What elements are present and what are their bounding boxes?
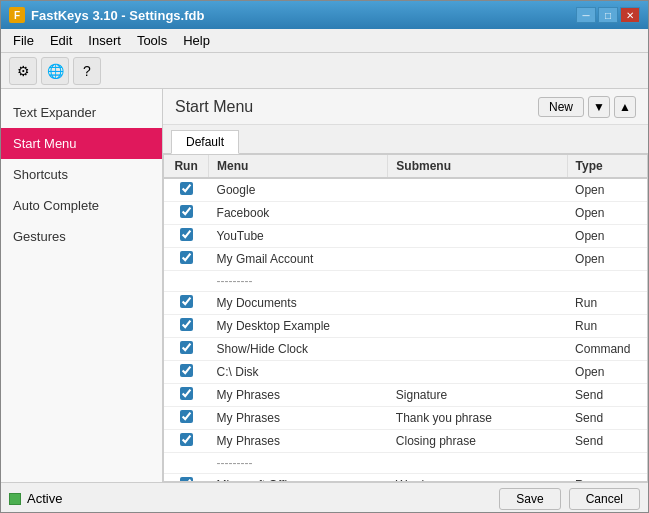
sidebar: Text Expander Start Menu Shortcuts Auto … [1,89,163,482]
run-checkbox[interactable] [180,341,193,354]
row-submenu: Signature [388,384,567,407]
row-type: Open [567,202,647,225]
run-checkbox[interactable] [180,205,193,218]
run-checkbox[interactable] [180,387,193,400]
tabs: Default [163,125,648,154]
save-button[interactable]: Save [499,488,560,510]
row-menu: Google [209,178,388,202]
row-type: Run [567,315,647,338]
row-run [164,271,209,292]
row-menu: My Phrases [209,407,388,430]
row-menu: My Documents [209,292,388,315]
sidebar-item-shortcuts[interactable]: Shortcuts [1,159,162,190]
row-type: Run [567,474,647,483]
tab-default[interactable]: Default [171,130,239,154]
row-submenu [388,338,567,361]
help-icon-button[interactable]: ? [73,57,101,85]
sidebar-item-auto-complete[interactable]: Auto Complete [1,190,162,221]
menu-file[interactable]: File [5,31,42,50]
table-container[interactable]: Run Menu Submenu Type Google Open Facebo… [163,154,648,482]
window-controls: ─ □ ✕ [576,7,640,23]
table-row: My Gmail Account Open [164,248,647,271]
row-run[interactable] [164,225,209,248]
row-run[interactable] [164,248,209,271]
run-checkbox[interactable] [180,364,193,377]
run-checkbox[interactable] [180,477,193,482]
table-row: Microsoft Office Word Run [164,474,647,483]
content-title: Start Menu [175,98,253,116]
move-up-button[interactable]: ▲ [614,96,636,118]
row-menu: C:\ Disk [209,361,388,384]
row-submenu [388,202,567,225]
row-submenu [388,315,567,338]
row-type: Send [567,407,647,430]
row-run [164,453,209,474]
table-row: YouTube Open [164,225,647,248]
table-row: Google Open [164,178,647,202]
maximize-button[interactable]: □ [598,7,618,23]
table-row: --------- [164,271,647,292]
row-run[interactable] [164,430,209,453]
menu-edit[interactable]: Edit [42,31,80,50]
content-header: Start Menu New ▼ ▲ [163,89,648,125]
row-menu: YouTube [209,225,388,248]
sidebar-item-text-expander[interactable]: Text Expander [1,97,162,128]
row-run[interactable] [164,384,209,407]
row-type: Open [567,248,647,271]
run-checkbox[interactable] [180,410,193,423]
new-button[interactable]: New [538,97,584,117]
active-label: Active [27,491,62,506]
row-submenu [388,271,567,292]
sidebar-item-gestures[interactable]: Gestures [1,221,162,252]
run-checkbox[interactable] [180,251,193,264]
web-icon-button[interactable]: 🌐 [41,57,69,85]
row-run[interactable] [164,202,209,225]
row-submenu [388,178,567,202]
row-submenu [388,225,567,248]
row-type: Open [567,361,647,384]
row-run[interactable] [164,474,209,483]
row-type: Run [567,292,647,315]
row-run[interactable] [164,407,209,430]
row-menu: My Phrases [209,384,388,407]
row-run[interactable] [164,315,209,338]
menu-bar: File Edit Insert Tools Help [1,29,648,53]
row-type: Open [567,225,647,248]
run-checkbox[interactable] [180,182,193,195]
row-submenu: Closing phrase [388,430,567,453]
settings-icon-button[interactable]: ⚙ [9,57,37,85]
row-menu: My Desktop Example [209,315,388,338]
run-checkbox[interactable] [180,318,193,331]
row-run[interactable] [164,361,209,384]
app-icon: F [9,7,25,23]
run-checkbox[interactable] [180,433,193,446]
minimize-button[interactable]: ─ [576,7,596,23]
row-submenu: Word [388,474,567,483]
row-submenu [388,292,567,315]
table-row: My Phrases Closing phrase Send [164,430,647,453]
row-type [567,453,647,474]
sidebar-item-start-menu[interactable]: Start Menu [1,128,162,159]
table-row: My Phrases Thank you phrase Send [164,407,647,430]
run-checkbox[interactable] [180,295,193,308]
row-type: Open [567,178,647,202]
content-area: Start Menu New ▼ ▲ Default Run Menu Subm… [163,89,648,482]
menu-help[interactable]: Help [175,31,218,50]
menu-insert[interactable]: Insert [80,31,129,50]
row-run[interactable] [164,292,209,315]
cancel-button[interactable]: Cancel [569,488,640,510]
shortcuts-table: Run Menu Submenu Type Google Open Facebo… [164,155,647,482]
row-run[interactable] [164,338,209,361]
run-checkbox[interactable] [180,228,193,241]
row-type [567,271,647,292]
close-button[interactable]: ✕ [620,7,640,23]
main-layout: Text Expander Start Menu Shortcuts Auto … [1,89,648,482]
title-bar: F FastKeys 3.10 - Settings.fdb ─ □ ✕ [1,1,648,29]
menu-tools[interactable]: Tools [129,31,175,50]
row-submenu: Thank you phrase [388,407,567,430]
window-title: FastKeys 3.10 - Settings.fdb [31,8,204,23]
row-run[interactable] [164,178,209,202]
move-down-button[interactable]: ▼ [588,96,610,118]
row-menu: --------- [209,453,388,474]
row-menu: Show/Hide Clock [209,338,388,361]
